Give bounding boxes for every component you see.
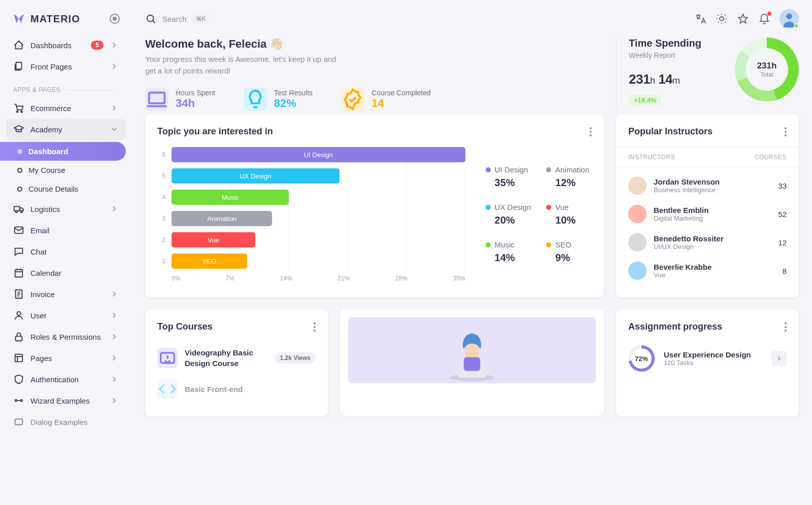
nav-wizard[interactable]: Wizard Examples	[6, 390, 126, 411]
svg-rect-14	[15, 419, 23, 425]
search-kbd: ⌘K	[193, 14, 209, 23]
instructor-row[interactable]: Jordan StevensonBusiness Intelligence33	[628, 171, 787, 200]
nav-label: Logistics	[30, 205, 104, 213]
nav-front-pages[interactable]: Front Pages	[6, 56, 126, 77]
search-icon	[145, 13, 156, 24]
time-badge: +18.4%	[629, 94, 661, 106]
progress-pct: 72%	[631, 348, 652, 369]
svg-rect-0	[16, 62, 22, 69]
svg-rect-3	[14, 206, 20, 210]
nav-logistics[interactable]: Logistics	[6, 198, 126, 220]
brand-logo-icon	[12, 12, 25, 25]
nav-invoice[interactable]: Invoice	[6, 283, 126, 305]
assignment-name: User Experience Design	[664, 350, 751, 359]
svg-point-2	[21, 111, 22, 113]
legend-item: Vue10%	[546, 203, 592, 226]
user-avatar[interactable]	[780, 9, 799, 28]
notifications-icon[interactable]	[758, 13, 770, 25]
svg-point-12	[15, 400, 17, 402]
nav-pages[interactable]: Pages	[6, 347, 126, 369]
legend-item: Music14%	[486, 240, 531, 264]
welcome-subtitle: Your progress this week is Awesome. let'…	[145, 54, 338, 77]
nav-dialog[interactable]: Dialog Examples	[6, 411, 126, 432]
svg-point-4	[16, 211, 18, 213]
files-icon	[13, 61, 24, 72]
donut-value: 231h	[757, 61, 777, 71]
assignment-item[interactable]: 72% User Experience Design 120 Tasks	[628, 342, 787, 375]
course-item[interactable]: Basic Front-end	[157, 374, 316, 404]
language-icon[interactable]	[694, 13, 706, 25]
nav-email[interactable]: Email	[6, 220, 126, 241]
bullet-icon	[17, 187, 22, 192]
progress-ring: 72%	[628, 345, 655, 372]
nav-chat[interactable]: Chat	[6, 241, 126, 262]
nav-ecommerce[interactable]: Ecommerce	[6, 97, 126, 119]
svg-point-16	[720, 17, 724, 21]
stat-label: Course Completed	[371, 89, 431, 97]
code-icon	[157, 379, 178, 399]
truck-icon	[13, 203, 24, 214]
legend-item: UX Design20%	[486, 203, 531, 226]
topics-menu-icon[interactable]	[590, 127, 592, 136]
promo-illustration	[348, 317, 596, 383]
course-item[interactable]: Videography Basic Design Course 1.2k Vie…	[157, 342, 316, 374]
svg-rect-7	[15, 270, 23, 277]
dialog-icon	[13, 416, 24, 427]
topics-chart: 6UI Design5UX Design4Music3Animation2Vue…	[157, 147, 465, 282]
top-courses-card: Top Courses Videography Basic Design Cou…	[145, 309, 328, 416]
nav-label: Invoice	[30, 290, 104, 299]
instructors-menu-icon[interactable]	[785, 127, 787, 136]
assignment-card: Assignment progress 72% User Experience …	[616, 309, 799, 416]
lock-icon	[13, 331, 24, 342]
search-placeholder: Search	[162, 15, 187, 23]
brand[interactable]: MATERIO	[6, 8, 126, 34]
nav-calendar[interactable]: Calendar	[6, 262, 126, 283]
bulb-icon	[244, 88, 267, 111]
academy-icon	[13, 124, 24, 135]
instructor-row[interactable]: Bentlee EmblinDigital Marketing52	[628, 200, 787, 228]
nav-academy[interactable]: Academy	[6, 119, 126, 140]
instructor-row[interactable]: Beverlie KrabbeVue8	[628, 257, 787, 285]
nav-dashboards[interactable]: Dashboards 5	[6, 34, 126, 56]
bar-row: 1SEO	[157, 254, 465, 269]
chevron-right-icon	[110, 204, 119, 213]
nav-user[interactable]: User	[6, 305, 126, 326]
assignment-menu-icon[interactable]	[785, 322, 787, 332]
star-icon[interactable]	[737, 13, 749, 25]
sidebar-toggle[interactable]	[110, 14, 120, 24]
stat-value: 14	[371, 97, 431, 110]
top-courses-menu-icon[interactable]	[314, 322, 316, 332]
search-trigger[interactable]: Search ⌘K	[145, 13, 687, 24]
assignment-title: Assignment progress	[628, 321, 722, 332]
instructors-title: Popular Instructors	[628, 126, 713, 137]
welcome-card: Welcome back, Felecia 👋🏻 Your progress t…	[145, 38, 604, 111]
time-spending-card: Time Spending Weekly Report 231h 14m +18…	[616, 38, 799, 111]
nav-label: Dashboards	[30, 41, 85, 50]
nav-badge: 5	[91, 41, 104, 50]
course-title: Basic Front-end	[185, 384, 316, 394]
nav-academy-details[interactable]: Course Details	[6, 179, 126, 198]
laptop-icon	[145, 88, 168, 111]
mail-icon	[13, 225, 24, 236]
time-subtitle: Weekly Report	[629, 51, 701, 59]
nav-label: Calendar	[30, 269, 119, 277]
chat-icon	[13, 246, 24, 257]
nav-academy-mycourse[interactable]: My Course	[6, 161, 126, 179]
bar-row: 3Animation	[157, 211, 465, 226]
topics-title: Topic you are interested in	[157, 126, 273, 137]
nav-section-apps: APPS & PAGES	[6, 77, 126, 97]
brand-name: MATERIO	[30, 13, 80, 25]
sidebar: MATERIO Dashboards 5 Front Pages APPS & …	[0, 0, 132, 505]
theme-icon[interactable]	[716, 13, 728, 25]
nav-roles[interactable]: Roles & Permissions	[6, 326, 126, 347]
bar-row: 6UI Design	[157, 147, 465, 162]
shield-icon	[13, 374, 24, 385]
stat-tests: Test Results82%	[244, 88, 313, 111]
nav-auth[interactable]: Authentication	[6, 369, 126, 390]
legend-item: Animation12%	[546, 165, 592, 189]
nav-academy-dashboard[interactable]: Dashboard	[0, 142, 126, 161]
instructors-card: Popular Instructors INSTRUCTORSCOURSES J…	[616, 114, 799, 297]
instructor-row[interactable]: Benedetto RossiterUI/UX Design12	[628, 228, 787, 257]
chevron-right-icon[interactable]	[771, 351, 787, 366]
stat-value: 82%	[274, 97, 313, 110]
